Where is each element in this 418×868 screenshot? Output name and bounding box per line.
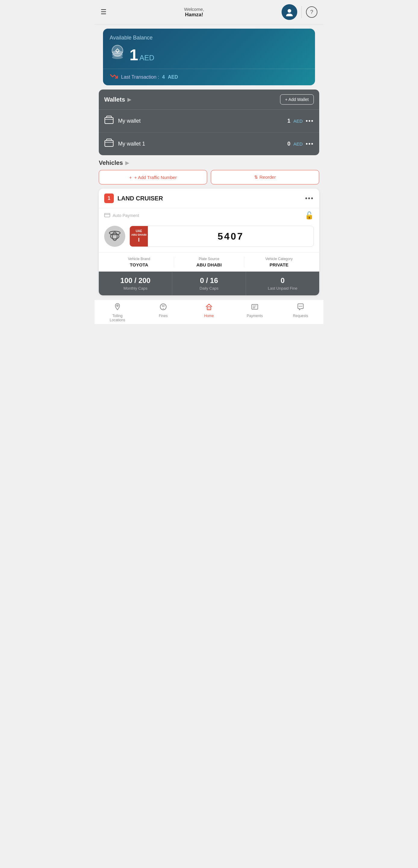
last-transaction-bar: Last Transaction : 4 AED bbox=[103, 69, 315, 85]
vehicle-info-row: Vehicle Brand TOYOTA Plate Source ABU DH… bbox=[99, 252, 319, 272]
wallets-title-text: Wallets bbox=[104, 96, 125, 103]
wallet-icon bbox=[104, 115, 114, 127]
wallet-icon bbox=[104, 138, 114, 150]
vehicle-card: 1 LAND CRUISER ••• Auto Payment 🔓 bbox=[99, 189, 319, 296]
nav-label-tolling: TollingLocations bbox=[109, 314, 125, 322]
svg-point-23 bbox=[300, 306, 301, 307]
balance-label: Available Balance bbox=[109, 35, 309, 41]
last-transaction-currency: AED bbox=[168, 74, 178, 80]
nav-item-payments[interactable]: Payments bbox=[232, 303, 278, 322]
svg-point-16 bbox=[163, 308, 164, 309]
nav-label-home: Home bbox=[204, 314, 214, 318]
vehicle-order-badge: 1 bbox=[104, 193, 114, 203]
vehicles-title: Vehicles ▶ bbox=[99, 159, 319, 166]
wallet-name: My wallet bbox=[118, 118, 141, 124]
last-fine-stat: 0 Last Unpaid Fine bbox=[246, 272, 319, 296]
wallet-amount: 1 bbox=[287, 118, 290, 124]
vehicle-stats-bar: 100 / 200 Monthly Caps 0 / 16 Daily Caps… bbox=[99, 272, 319, 296]
wallet-name: My wallet 1 bbox=[118, 141, 145, 147]
vehicle-more-button[interactable]: ••• bbox=[305, 194, 314, 202]
wallet-currency: AED bbox=[293, 141, 303, 147]
daily-caps-label: Daily Caps bbox=[176, 286, 242, 290]
svg-rect-19 bbox=[252, 304, 258, 309]
monthly-caps-label: Monthly Caps bbox=[102, 286, 168, 290]
nav-item-tolling-locations[interactable]: TollingLocations bbox=[95, 303, 140, 322]
header-divider bbox=[301, 6, 302, 18]
coins-icon bbox=[109, 44, 125, 63]
vehicle-brand-logo bbox=[104, 226, 125, 247]
vehicle-card-header: 1 LAND CRUISER ••• bbox=[99, 189, 319, 208]
monthly-caps-value: 100 / 200 bbox=[102, 276, 168, 285]
svg-point-5 bbox=[112, 45, 123, 56]
category-label: Vehicle Category bbox=[244, 257, 314, 261]
payments-icon bbox=[251, 303, 259, 313]
bottom-navigation: TollingLocations Fines Home bbox=[95, 300, 323, 324]
plate-country: UAE bbox=[135, 229, 142, 233]
wallets-card: Wallets ▶ + Add Wallet My wallet 1 AED bbox=[99, 90, 319, 155]
nav-item-fines[interactable]: Fines bbox=[140, 303, 186, 322]
svg-rect-6 bbox=[105, 118, 113, 124]
svg-point-0 bbox=[288, 9, 291, 13]
daily-caps-value: 0 / 16 bbox=[176, 276, 242, 285]
plate-emirate: ABU DHABI bbox=[131, 233, 147, 237]
nav-label-fines: Fines bbox=[159, 314, 167, 318]
hamburger-menu-icon[interactable]: ☰ bbox=[101, 8, 107, 16]
wallet-item: My wallet 1 0 AED ••• bbox=[99, 133, 319, 155]
balance-card: Available Balance 1 AED bbox=[103, 29, 315, 85]
vehicles-chevron-icon: ▶ bbox=[125, 160, 129, 166]
user-name: Hamza! bbox=[185, 12, 203, 18]
fines-icon bbox=[159, 303, 167, 313]
vehicle-name: LAND CRUISER bbox=[118, 195, 163, 202]
category-value: PRIVATE bbox=[244, 262, 314, 267]
svg-rect-7 bbox=[105, 141, 113, 147]
plate-source-label: Plate Source bbox=[174, 257, 244, 261]
wallet-more-button[interactable]: ••• bbox=[306, 141, 314, 147]
reorder-button[interactable]: ⇅ Reorder bbox=[211, 170, 319, 184]
svg-point-10 bbox=[107, 228, 123, 244]
plate-left: UAE ABU DHABI I bbox=[130, 226, 148, 247]
vehicle-brand-info: Vehicle Brand TOYOTA bbox=[104, 257, 174, 267]
wallets-header: Wallets ▶ + Add Wallet bbox=[99, 90, 319, 110]
svg-point-14 bbox=[117, 305, 118, 307]
svg-rect-18 bbox=[208, 308, 210, 310]
app-header: ☰ Welcome, Hamza! ? bbox=[95, 0, 323, 24]
nav-item-home[interactable]: Home bbox=[186, 303, 232, 322]
monthly-caps-stat: 100 / 200 Monthly Caps bbox=[99, 272, 172, 296]
daily-caps-stat: 0 / 16 Daily Caps bbox=[172, 272, 246, 296]
add-traffic-number-button[interactable]: + + Add Traffic Number bbox=[99, 170, 207, 184]
balance-currency: AED bbox=[139, 54, 154, 62]
card-icon bbox=[104, 213, 110, 219]
tolling-locations-icon bbox=[114, 303, 121, 313]
plus-icon: + bbox=[129, 175, 132, 180]
nav-label-requests: Requests bbox=[293, 314, 309, 318]
requests-icon bbox=[297, 303, 304, 313]
brand-label: Vehicle Brand bbox=[104, 257, 174, 261]
wallet-item: My wallet 1 AED ••• bbox=[99, 110, 319, 133]
brand-value: TOYOTA bbox=[104, 262, 174, 267]
vehicle-plate-source-info: Plate Source ABU DHABI bbox=[174, 257, 244, 267]
nav-item-requests[interactable]: Requests bbox=[278, 303, 323, 322]
plate-letter: I bbox=[138, 237, 139, 243]
welcome-text: Welcome, bbox=[184, 7, 204, 12]
wallets-section: Wallets ▶ + Add Wallet My wallet 1 AED bbox=[99, 90, 319, 155]
nav-label-payments: Payments bbox=[247, 314, 263, 318]
auto-payment-row: Auto Payment 🔓 bbox=[99, 208, 319, 223]
help-button[interactable]: ? bbox=[306, 6, 317, 18]
wallets-chevron-icon: ▶ bbox=[127, 97, 131, 102]
vehicle-category-info: Vehicle Category PRIVATE bbox=[244, 257, 314, 267]
plate-source-value: ABU DHABI bbox=[174, 262, 244, 267]
plate-area: UAE ABU DHABI I 5407 bbox=[99, 223, 319, 252]
svg-point-1 bbox=[286, 13, 293, 16]
wallet-more-button[interactable]: ••• bbox=[306, 118, 314, 124]
home-icon bbox=[205, 303, 213, 313]
lock-icon: 🔓 bbox=[305, 211, 314, 220]
wallet-currency: AED bbox=[293, 119, 303, 124]
vehicles-section: Vehicles ▶ + + Add Traffic Number ⇅ Reor… bbox=[99, 159, 319, 296]
add-wallet-button[interactable]: + Add Wallet bbox=[280, 94, 314, 104]
avatar[interactable] bbox=[282, 4, 297, 20]
last-fine-label: Last Unpaid Fine bbox=[250, 286, 316, 290]
svg-rect-8 bbox=[104, 213, 110, 217]
balance-amount: 1 bbox=[129, 46, 138, 64]
last-transaction-label: Last Transaction : bbox=[121, 74, 159, 80]
license-plate: UAE ABU DHABI I 5407 bbox=[129, 226, 314, 247]
